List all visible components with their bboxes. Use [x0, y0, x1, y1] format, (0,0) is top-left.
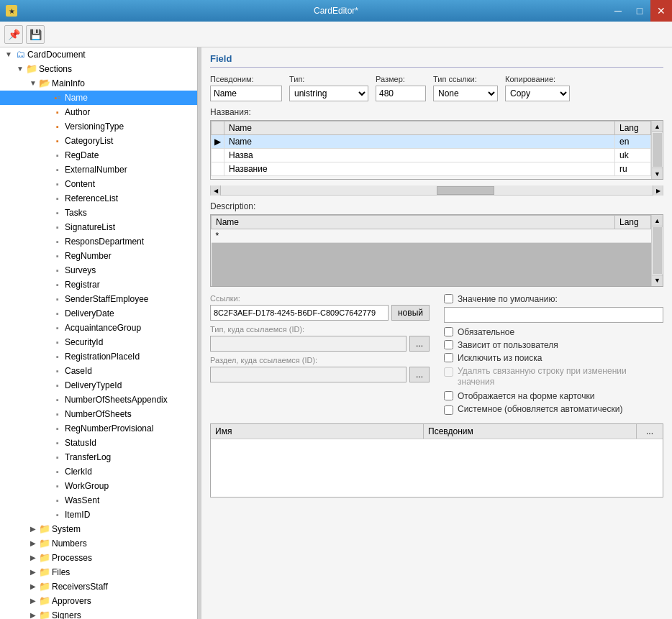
tree-node-system[interactable]: ▶ 📁 System	[0, 522, 197, 536]
link-type-id-browse-button[interactable]: ...	[409, 336, 430, 352]
tree-node-sections[interactable]: ▼ 📁 Sections	[0, 62, 197, 76]
tree-node-senderstaffemployee[interactable]: ▪ SenderStaffEmployee	[0, 292, 197, 306]
system-row: Системное (обновляется автоматически)	[444, 404, 663, 416]
tree-node-carddocument[interactable]: ▼ 🗂 CardDocument	[0, 47, 197, 62]
linktype-select[interactable]: None Reference Document	[433, 86, 498, 101]
tree-node-registrar[interactable]: ▪ Registrar	[0, 278, 197, 292]
table-row[interactable]: Назва uk	[212, 149, 651, 162]
field-icon: ▪	[52, 236, 63, 247]
expand-icon: ▼	[14, 63, 26, 75]
names-table-vscrollbar[interactable]: ▲ ▼	[651, 121, 663, 179]
desc-scroll-up[interactable]: ▲	[652, 215, 663, 226]
tree-node-name[interactable]: ▪≡ Name	[0, 91, 197, 105]
pseudo-input[interactable]	[210, 86, 282, 101]
tree-node-regdate[interactable]: ▪ RegDate	[0, 148, 197, 162]
required-checkbox[interactable]	[444, 327, 453, 336]
tree-node-transferlog[interactable]: ▪ TransferLog	[0, 450, 197, 464]
default-value-input[interactable]	[444, 307, 663, 323]
user-dependent-checkbox[interactable]	[444, 340, 453, 349]
names-row-name[interactable]: Name	[224, 135, 615, 149]
copy-select[interactable]: Copy NoCopy	[505, 86, 570, 101]
tree-container[interactable]: ▼ 🗂 CardDocument ▼ 📁 Sections ▼ 📂 MainIn…	[0, 47, 197, 619]
tree-node-numbers[interactable]: ▶ 📁 Numbers	[0, 536, 197, 551]
tree-node-clerkid[interactable]: ▪ ClerkId	[0, 464, 197, 479]
names-row-name[interactable]: Название	[224, 162, 615, 176]
pin-button[interactable]: 📌	[4, 25, 23, 44]
tree-label: Processes	[52, 551, 92, 564]
scroll-down-button[interactable]: ▼	[652, 168, 663, 179]
tree-node-regnumber[interactable]: ▪ RegNumber	[0, 249, 197, 263]
tree-node-responsdepartment[interactable]: ▪ ResponsDepartment	[0, 234, 197, 249]
link-section-id-browse-button[interactable]: ...	[409, 367, 430, 382]
tree-node-numberofsheets[interactable]: ▪ NumberOfSheets	[0, 407, 197, 421]
tree-node-statusid[interactable]: ▪ StatusId	[0, 436, 197, 450]
tree-node-author[interactable]: ▪ Author	[0, 105, 197, 119]
tree-label: StatusId	[65, 436, 96, 449]
field-icon: ▪	[52, 322, 63, 334]
table-row[interactable]: ▶ Name en	[212, 135, 651, 149]
tree-node-versioningtype[interactable]: ▪ VersioningType	[0, 119, 197, 134]
tree-label: CaseId	[65, 364, 92, 377]
system-label: Системное (обновляется автоматически)	[458, 404, 622, 416]
close-button[interactable]: ✕	[650, 0, 672, 22]
tree-node-itemid[interactable]: ▪ ItemID	[0, 508, 197, 522]
tree-node-content[interactable]: ▪ Content	[0, 177, 197, 191]
tree-node-signers[interactable]: ▶ 📁 Signers	[0, 608, 197, 619]
tree-node-processes[interactable]: ▶ 📁 Processes	[0, 551, 197, 565]
names-row-name[interactable]: Назва	[224, 149, 615, 162]
link-section-id-input[interactable]	[210, 367, 407, 382]
table-row[interactable]: Название ru	[212, 162, 651, 176]
tree-node-files[interactable]: ▶ 📁 Files	[0, 565, 197, 579]
save-button[interactable]: 💾	[26, 25, 45, 44]
field-icon: ▪	[52, 466, 63, 477]
field-icon: ▪	[52, 150, 63, 161]
table-row[interactable]: *	[212, 229, 651, 243]
tree-node-acquaintancegroup[interactable]: ▪ AcquaintanceGroup	[0, 321, 197, 335]
tree-node-referencelist[interactable]: ▪ ReferenceList	[0, 191, 197, 206]
tree-node-deliverydate[interactable]: ▪ DeliveryDate	[0, 306, 197, 321]
tree-node-signaturelist[interactable]: ▪ SignatureList	[0, 220, 197, 234]
tree-label: ReferenceList	[65, 192, 118, 205]
tree-node-caseid[interactable]: ▪ CaseId	[0, 364, 197, 378]
required-row: Обязательное	[444, 327, 663, 337]
desc-row-name[interactable]: *	[212, 229, 615, 243]
tree-node-surveys[interactable]: ▪ Surveys	[0, 263, 197, 278]
folder-icon: 📁	[39, 610, 50, 619]
size-input[interactable]	[376, 86, 426, 101]
tree-node-tasks[interactable]: ▪ Tasks	[0, 206, 197, 220]
desc-table-vscrollbar[interactable]: ▲ ▼	[651, 215, 663, 286]
tree-node-deliverytypeid[interactable]: ▪ DeliveryTypeId	[0, 378, 197, 393]
hscroll-left[interactable]: ◀	[211, 185, 221, 196]
expand-icon: ▶	[27, 581, 39, 592]
hscroll-right[interactable]: ▶	[653, 185, 663, 196]
tree-node-regnumberprovisional[interactable]: ▪ RegNumberProvisional	[0, 421, 197, 436]
tree-node-workgroup[interactable]: ▪ WorkGroup	[0, 479, 197, 493]
tree-node-externalnumber[interactable]: ▪ ExternalNumber	[0, 162, 197, 177]
bottom-col-name: Имя	[211, 424, 424, 439]
scroll-up-button[interactable]: ▲	[652, 121, 663, 132]
tree-node-maininfo[interactable]: ▼ 📂 MainInfo	[0, 76, 197, 91]
desc-scroll-down[interactable]: ▼	[652, 275, 663, 286]
bottom-table-browse-button[interactable]: ...	[637, 424, 663, 439]
tree-node-numberofsheetsappendix[interactable]: ▪ NumberOfSheetsAppendix	[0, 393, 197, 407]
type-select[interactable]: unistring string int date bool	[289, 86, 368, 101]
names-table-hscrollbar[interactable]: ◀ ▶	[210, 185, 663, 196]
minimize-button[interactable]: ─	[607, 0, 629, 22]
links-uuid-input[interactable]	[210, 305, 389, 321]
link-section-id-row: ...	[210, 367, 430, 382]
tree-node-approvers[interactable]: ▶ 📁 Approvers	[0, 594, 197, 608]
new-link-button[interactable]: новый	[391, 305, 430, 321]
tree-node-wassent[interactable]: ▪ WasSent	[0, 493, 197, 508]
system-checkbox[interactable]	[444, 405, 453, 415]
window-controls: ─ □ ✕	[607, 0, 672, 22]
link-type-id-input[interactable]	[210, 336, 407, 352]
tree-node-registrationplaceid[interactable]: ▪ RegistrationPlaceId	[0, 349, 197, 364]
maximize-button[interactable]: □	[629, 0, 650, 22]
tree-node-receiversstaff[interactable]: ▶ 📁 ReceiversStaff	[0, 579, 197, 594]
exclude-search-checkbox[interactable]	[444, 353, 453, 362]
default-value-checkbox[interactable]	[444, 294, 453, 303]
tree-node-securityid[interactable]: ▪ SecurityId	[0, 335, 197, 349]
display-card-checkbox[interactable]	[444, 391, 453, 400]
tree-label: Registrar	[65, 278, 100, 291]
tree-node-categorylist[interactable]: ▪ CategoryList	[0, 134, 197, 148]
